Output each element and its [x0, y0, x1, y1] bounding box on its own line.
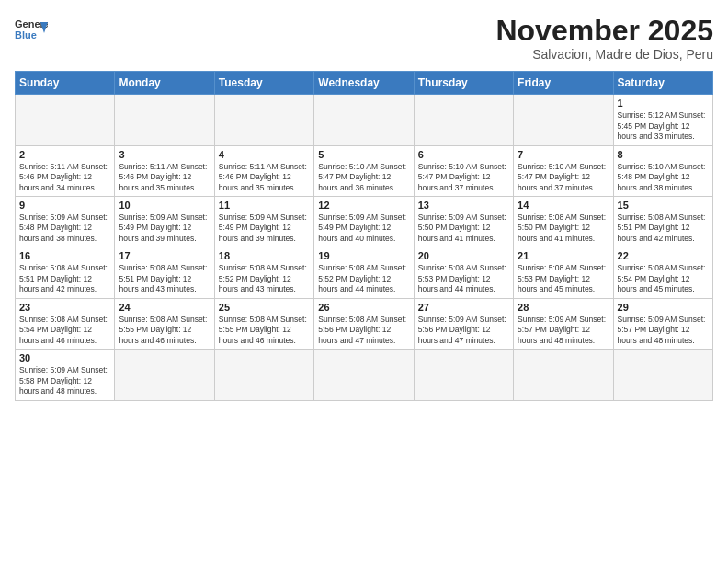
day-info: Sunrise: 5:08 AM Sunset: 5:55 PM Dayligh… — [219, 315, 310, 346]
location-subtitle: Salvacion, Madre de Dios, Peru — [495, 47, 713, 62]
day-cell: 25Sunrise: 5:08 AM Sunset: 5:55 PM Dayli… — [214, 298, 313, 349]
day-number: 23 — [19, 302, 110, 313]
day-cell: 2Sunrise: 5:11 AM Sunset: 5:46 PM Daylig… — [16, 145, 115, 196]
day-info: Sunrise: 5:08 AM Sunset: 5:54 PM Dayligh… — [19, 315, 110, 346]
day-number: 13 — [418, 200, 509, 211]
day-info: Sunrise: 5:11 AM Sunset: 5:46 PM Dayligh… — [219, 162, 310, 193]
day-info: Sunrise: 5:09 AM Sunset: 5:57 PM Dayligh… — [518, 315, 609, 346]
day-cell — [613, 350, 712, 400]
day-info: Sunrise: 5:08 AM Sunset: 5:50 PM Dayligh… — [518, 213, 609, 244]
day-cell — [115, 95, 214, 145]
day-cell: 17Sunrise: 5:08 AM Sunset: 5:51 PM Dayli… — [115, 247, 214, 298]
day-cell: 27Sunrise: 5:09 AM Sunset: 5:56 PM Dayli… — [414, 298, 513, 349]
day-cell: 26Sunrise: 5:08 AM Sunset: 5:56 PM Dayli… — [314, 298, 414, 349]
day-cell: 28Sunrise: 5:09 AM Sunset: 5:57 PM Dayli… — [514, 298, 613, 349]
calendar-table: SundayMondayTuesdayWednesdayThursdayFrid… — [15, 71, 713, 400]
day-cell: 21Sunrise: 5:08 AM Sunset: 5:53 PM Dayli… — [514, 247, 613, 298]
weekday-monday: Monday — [115, 72, 214, 95]
calendar-page: General Blue November 2025 Salvacion, Ma… — [0, 0, 728, 563]
day-cell: 6Sunrise: 5:10 AM Sunset: 5:47 PM Daylig… — [414, 145, 513, 196]
day-cell: 12Sunrise: 5:09 AM Sunset: 5:49 PM Dayli… — [314, 197, 414, 247]
day-number: 4 — [219, 149, 310, 160]
day-cell: 3Sunrise: 5:11 AM Sunset: 5:46 PM Daylig… — [115, 145, 214, 196]
week-row-0: 1Sunrise: 5:12 AM Sunset: 5:45 PM Daylig… — [16, 95, 713, 145]
week-row-4: 23Sunrise: 5:08 AM Sunset: 5:54 PM Dayli… — [16, 298, 713, 349]
day-cell: 15Sunrise: 5:08 AM Sunset: 5:51 PM Dayli… — [613, 197, 712, 247]
week-row-2: 9Sunrise: 5:09 AM Sunset: 5:48 PM Daylig… — [16, 197, 713, 247]
day-number: 10 — [119, 200, 210, 211]
day-info: Sunrise: 5:08 AM Sunset: 5:53 PM Dayligh… — [518, 263, 609, 294]
day-cell: 1Sunrise: 5:12 AM Sunset: 5:45 PM Daylig… — [613, 95, 712, 145]
day-info: Sunrise: 5:08 AM Sunset: 5:51 PM Dayligh… — [119, 263, 210, 294]
day-info: Sunrise: 5:10 AM Sunset: 5:47 PM Dayligh… — [518, 162, 609, 193]
title-block: November 2025 Salvacion, Madre de Dios, … — [495, 15, 713, 62]
day-info: Sunrise: 5:09 AM Sunset: 5:48 PM Dayligh… — [19, 213, 110, 244]
day-number: 3 — [119, 149, 210, 160]
day-cell: 16Sunrise: 5:08 AM Sunset: 5:51 PM Dayli… — [16, 247, 115, 298]
day-cell — [314, 350, 414, 400]
day-info: Sunrise: 5:08 AM Sunset: 5:52 PM Dayligh… — [318, 263, 409, 294]
header: General Blue November 2025 Salvacion, Ma… — [15, 15, 713, 62]
day-number: 6 — [418, 149, 509, 160]
day-info: Sunrise: 5:08 AM Sunset: 5:55 PM Dayligh… — [119, 315, 210, 346]
day-cell: 30Sunrise: 5:09 AM Sunset: 5:58 PM Dayli… — [16, 350, 115, 400]
day-number: 29 — [618, 302, 709, 313]
day-cell: 20Sunrise: 5:08 AM Sunset: 5:53 PM Dayli… — [414, 247, 513, 298]
day-cell: 13Sunrise: 5:09 AM Sunset: 5:50 PM Dayli… — [414, 197, 513, 247]
day-number: 21 — [518, 250, 609, 261]
day-number: 9 — [19, 200, 110, 211]
day-cell: 14Sunrise: 5:08 AM Sunset: 5:50 PM Dayli… — [514, 197, 613, 247]
day-info: Sunrise: 5:09 AM Sunset: 5:49 PM Dayligh… — [219, 213, 310, 244]
day-cell — [214, 95, 313, 145]
day-cell: 5Sunrise: 5:10 AM Sunset: 5:47 PM Daylig… — [314, 145, 414, 196]
day-number: 24 — [119, 302, 210, 313]
day-cell — [314, 95, 414, 145]
weekday-tuesday: Tuesday — [214, 72, 313, 95]
day-info: Sunrise: 5:09 AM Sunset: 5:49 PM Dayligh… — [318, 213, 409, 244]
day-cell: 8Sunrise: 5:10 AM Sunset: 5:48 PM Daylig… — [613, 145, 712, 196]
day-cell: 19Sunrise: 5:08 AM Sunset: 5:52 PM Dayli… — [314, 247, 414, 298]
day-number: 2 — [19, 149, 110, 160]
day-cell — [16, 95, 115, 145]
day-cell: 18Sunrise: 5:08 AM Sunset: 5:52 PM Dayli… — [214, 247, 313, 298]
day-info: Sunrise: 5:12 AM Sunset: 5:45 PM Dayligh… — [618, 110, 709, 142]
day-info: Sunrise: 5:10 AM Sunset: 5:47 PM Dayligh… — [318, 162, 409, 193]
day-info: Sunrise: 5:08 AM Sunset: 5:51 PM Dayligh… — [618, 213, 709, 244]
day-number: 27 — [418, 302, 509, 313]
day-cell — [414, 350, 513, 400]
week-row-5: 30Sunrise: 5:09 AM Sunset: 5:58 PM Dayli… — [16, 350, 713, 400]
month-title: November 2025 — [495, 15, 713, 47]
day-cell: 4Sunrise: 5:11 AM Sunset: 5:46 PM Daylig… — [214, 145, 313, 196]
week-row-3: 16Sunrise: 5:08 AM Sunset: 5:51 PM Dayli… — [16, 247, 713, 298]
day-info: Sunrise: 5:09 AM Sunset: 5:49 PM Dayligh… — [119, 213, 210, 244]
logo: General Blue — [15, 15, 48, 48]
day-number: 7 — [518, 149, 609, 160]
day-number: 17 — [119, 250, 210, 261]
day-info: Sunrise: 5:11 AM Sunset: 5:46 PM Dayligh… — [119, 162, 210, 193]
day-info: Sunrise: 5:08 AM Sunset: 5:54 PM Dayligh… — [618, 263, 709, 294]
weekday-friday: Friday — [514, 72, 613, 95]
day-info: Sunrise: 5:10 AM Sunset: 5:48 PM Dayligh… — [618, 162, 709, 193]
day-number: 8 — [618, 149, 709, 160]
day-number: 28 — [518, 302, 609, 313]
day-cell: 11Sunrise: 5:09 AM Sunset: 5:49 PM Dayli… — [214, 197, 313, 247]
weekday-header-row: SundayMondayTuesdayWednesdayThursdayFrid… — [16, 72, 713, 95]
day-number: 15 — [618, 200, 709, 211]
weekday-thursday: Thursday — [414, 72, 513, 95]
day-cell: 29Sunrise: 5:09 AM Sunset: 5:57 PM Dayli… — [613, 298, 712, 349]
day-number: 16 — [19, 250, 110, 261]
logo-icon: General Blue — [15, 15, 48, 48]
day-number: 5 — [318, 149, 409, 160]
day-number: 20 — [418, 250, 509, 261]
week-row-1: 2Sunrise: 5:11 AM Sunset: 5:46 PM Daylig… — [16, 145, 713, 196]
day-info: Sunrise: 5:10 AM Sunset: 5:47 PM Dayligh… — [418, 162, 509, 193]
weekday-wednesday: Wednesday — [314, 72, 414, 95]
day-cell — [214, 350, 313, 400]
day-info: Sunrise: 5:09 AM Sunset: 5:50 PM Dayligh… — [418, 213, 509, 244]
day-number: 25 — [219, 302, 310, 313]
day-cell: 24Sunrise: 5:08 AM Sunset: 5:55 PM Dayli… — [115, 298, 214, 349]
day-number: 19 — [318, 250, 409, 261]
weekday-saturday: Saturday — [613, 72, 712, 95]
day-cell: 10Sunrise: 5:09 AM Sunset: 5:49 PM Dayli… — [115, 197, 214, 247]
day-number: 22 — [618, 250, 709, 261]
